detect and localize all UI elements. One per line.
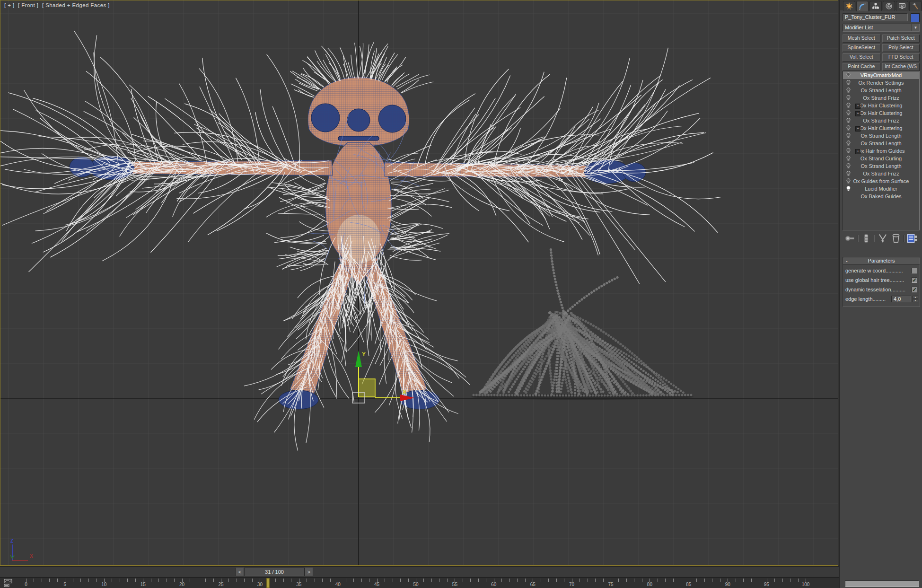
gizmo-y-arrowhead[interactable] xyxy=(355,351,362,367)
stack-modifier-row[interactable]: Ox Strand Length xyxy=(843,87,919,94)
modifier-enabled-bulb-icon[interactable] xyxy=(846,80,851,86)
tab-utilities[interactable] xyxy=(909,1,922,11)
frame-tick xyxy=(782,579,783,582)
stack-modifier-row[interactable]: +Ox Hair Clustering xyxy=(843,124,919,132)
tab-display[interactable] xyxy=(896,1,908,11)
select-button-vol-select[interactable]: Vol. Select xyxy=(843,53,880,61)
frame-tick xyxy=(80,579,81,582)
frame-number-label: 25 xyxy=(214,582,228,587)
spinner-down-icon[interactable]: ▼ xyxy=(913,299,918,302)
modifier-enabled-bulb-icon[interactable] xyxy=(846,88,851,93)
frame-tick xyxy=(213,579,214,582)
show-end-result-icon[interactable] xyxy=(861,234,872,243)
frame-tick xyxy=(728,579,728,582)
select-button-ffd-select[interactable]: FFD Select xyxy=(882,53,920,61)
modifier-enabled-bulb-icon[interactable] xyxy=(846,110,851,116)
modifier-stack-list[interactable]: VRayOrnatrixModOx Render SettingsOx Stra… xyxy=(843,71,920,230)
stack-modifier-row[interactable]: Ox Strand Curling xyxy=(843,155,919,162)
viewport-general-menu[interactable]: [ + ] xyxy=(4,2,15,8)
modifier-enabled-bulb-icon[interactable] xyxy=(846,156,851,161)
remove-modifier-icon[interactable] xyxy=(890,234,902,243)
stack-base-object[interactable]: Ox Baked Guides xyxy=(843,193,919,200)
object-name-field[interactable]: P_Tony_Cluster_FUR xyxy=(843,13,908,21)
stack-modifier-row[interactable]: VRayOrnatrixMod xyxy=(843,71,919,79)
select-button-poly-select[interactable]: Poly Select xyxy=(882,44,920,52)
viewport-pov-menu[interactable]: [ Front ] xyxy=(18,2,38,8)
stack-modifier-row[interactable]: Ox Render Settings xyxy=(843,79,919,87)
modifier-enabled-bulb-icon[interactable] xyxy=(846,133,851,139)
modifier-enabled-bulb-icon[interactable] xyxy=(846,125,851,131)
modifier-enabled-bulb-icon[interactable] xyxy=(846,95,851,101)
spinner-up-icon[interactable]: ▲ xyxy=(913,296,918,299)
configure-modifier-sets-icon[interactable] xyxy=(906,234,918,243)
frame-tick xyxy=(190,579,190,582)
stack-modifier-row[interactable]: +Ox Hair Clustering xyxy=(843,109,919,117)
stack-modifier-row[interactable]: +Ox Hair from Guides xyxy=(843,147,919,155)
select-button-int-cache-ws[interactable]: int Cache (WS xyxy=(882,63,920,71)
time-slider-bar[interactable]: < 31 / 100 > xyxy=(0,566,839,577)
open-mini-curve-editor-icon[interactable] xyxy=(3,579,16,588)
select-button-mesh-select[interactable]: Mesh Select xyxy=(843,35,880,43)
object-color-swatch[interactable] xyxy=(911,13,920,22)
stack-modifier-row[interactable]: Ox Strand Length xyxy=(843,132,919,140)
track-bar[interactable]: 0510152025303540455055606570758085909510… xyxy=(0,577,839,588)
parameters-rollout-header[interactable]: - Parameters xyxy=(843,257,920,265)
stack-modifier-row[interactable]: Ox Strand Frizz xyxy=(843,170,919,177)
select-button-patch-select[interactable]: Patch Select xyxy=(882,35,920,43)
modifier-enabled-bulb-icon[interactable] xyxy=(846,103,851,108)
modifier-enabled-bulb-icon-lit[interactable] xyxy=(846,186,851,192)
stack-modifier-row[interactable]: Ox Strand Frizz xyxy=(843,94,919,102)
svg-text:X: X xyxy=(30,553,33,559)
viewport-shading-menu[interactable]: [ Shaded + Edged Faces ] xyxy=(42,2,110,8)
expand-plus-icon[interactable]: + xyxy=(855,126,861,132)
viewport-canvas[interactable]: Y X Z X xyxy=(0,0,838,565)
stack-modifier-row[interactable]: +Ox Hair Clustering xyxy=(843,102,919,109)
modifier-enabled-bulb-icon[interactable] xyxy=(846,171,851,176)
tab-create[interactable] xyxy=(843,1,855,11)
baked-guides-mound-object[interactable] xyxy=(471,247,694,400)
gizmo-xy-plane-handle[interactable] xyxy=(359,379,375,397)
frame-tick xyxy=(322,579,323,582)
modifier-list-dropdown[interactable]: Modifier List ▼ xyxy=(843,24,920,32)
edge-length-spinner[interactable]: ▲ ▼ xyxy=(913,296,918,302)
tab-modify[interactable] xyxy=(856,1,869,11)
stack-modifier-row[interactable]: Ox Strand Length xyxy=(843,162,919,170)
modifier-enabled-bulb-icon[interactable] xyxy=(846,178,851,184)
tab-motion[interactable] xyxy=(883,1,895,11)
modifier-enabled-bulb-icon[interactable] xyxy=(846,140,851,146)
checkbox-unchecked[interactable] xyxy=(912,268,917,273)
select-button-splineselect[interactable]: SplineSelect xyxy=(843,44,880,52)
modifier-enabled-bulb-icon[interactable] xyxy=(846,148,851,154)
time-slider-handle[interactable]: < 31 / 100 > xyxy=(236,568,313,576)
current-frame-marker[interactable] xyxy=(266,578,270,588)
frame-number-label: 80 xyxy=(642,582,657,587)
select-button-point-cache[interactable]: Point Cache xyxy=(843,63,880,71)
stack-modifier-row[interactable]: Ox Guides from Surface xyxy=(843,177,919,185)
modifier-enabled-bulb-icon[interactable] xyxy=(846,72,851,78)
stack-modifier-row[interactable]: Ox Strand Length xyxy=(843,140,919,147)
modifier-label: Ox Baked Guides xyxy=(861,193,901,199)
stack-modifier-row[interactable]: Ox Strand Frizz xyxy=(843,117,919,124)
checkbox-checked[interactable]: ✓ xyxy=(912,287,917,292)
tab-hierarchy[interactable] xyxy=(869,1,882,11)
frame-tick xyxy=(143,579,143,582)
expand-plus-icon[interactable]: + xyxy=(855,104,861,109)
next-frame-button[interactable]: > xyxy=(305,568,313,576)
modifier-enabled-bulb-icon[interactable] xyxy=(846,163,851,169)
expand-plus-icon[interactable]: + xyxy=(855,111,861,116)
frame-tick xyxy=(73,579,73,582)
frame-tick xyxy=(96,579,97,582)
frame-tick xyxy=(135,579,136,582)
current-frame-display[interactable]: 31 / 100 xyxy=(244,568,305,576)
viewport-front[interactable]: [ + ] [ Front ] [ Shaded + Edged Faces ] xyxy=(0,0,838,566)
checkbox-checked[interactable]: ✓ xyxy=(912,277,917,283)
modifier-enabled-bulb-icon[interactable] xyxy=(846,118,851,123)
frame-tick xyxy=(712,579,712,582)
frame-tick xyxy=(330,579,331,582)
stack-modifier-row[interactable]: Lucid Modifier xyxy=(843,185,919,193)
pin-stack-icon[interactable] xyxy=(844,234,856,243)
expand-plus-icon[interactable]: + xyxy=(855,149,861,154)
make-unique-icon[interactable] xyxy=(877,234,888,243)
previous-frame-button[interactable]: < xyxy=(236,568,244,576)
edge-length-field[interactable]: 4,0 xyxy=(891,296,911,302)
